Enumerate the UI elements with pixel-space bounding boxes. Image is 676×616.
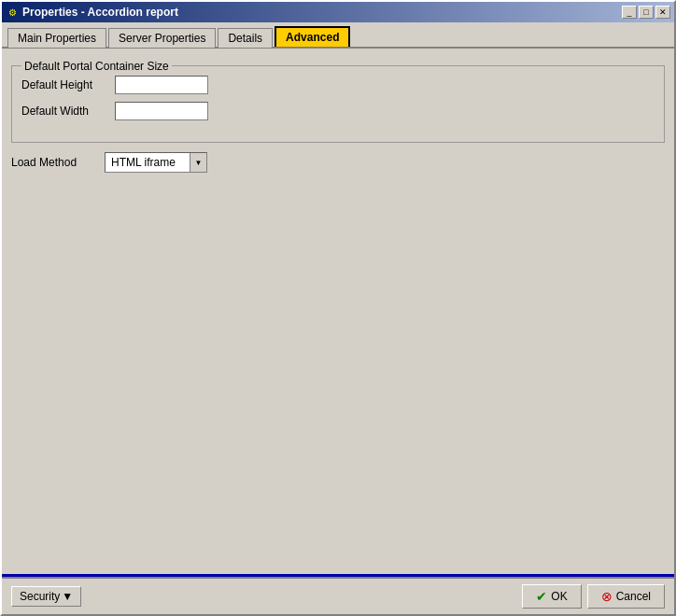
load-method-dropdown[interactable]: HTML iframe ▼ <box>105 152 207 173</box>
bottom-bar: Security ▼ ✔ OK ⊗ Cancel <box>2 577 674 614</box>
security-dropdown-arrow: ▼ <box>62 590 73 603</box>
window-title: Properties - Accordion report <box>22 6 178 19</box>
tab-advanced[interactable]: Advanced <box>275 26 350 47</box>
tabs-bar: Main Properties Server Properties Detail… <box>2 22 674 47</box>
main-window: ⚙ Properties - Accordion report _ □ ✕ Ma… <box>0 0 676 616</box>
tab-main-properties[interactable]: Main Properties <box>7 28 106 48</box>
minimize-button[interactable]: _ <box>622 6 637 19</box>
load-method-arrow[interactable]: ▼ <box>190 153 206 172</box>
window-icon: ⚙ <box>6 6 19 19</box>
tab-server-properties[interactable]: Server Properties <box>108 28 216 48</box>
default-width-row: Default Width <box>21 102 655 120</box>
load-method-label: Load Method <box>11 156 105 169</box>
tab-details[interactable]: Details <box>218 28 273 48</box>
default-width-label: Default Width <box>21 105 115 118</box>
tab-content-area: Default Portal Container Size Default He… <box>2 47 674 574</box>
cancel-button[interactable]: ⊗ Cancel <box>587 584 665 609</box>
close-button[interactable]: ✕ <box>655 6 670 19</box>
group-box-title: Default Portal Container Size <box>21 60 172 73</box>
default-height-row: Default Height <box>21 76 655 94</box>
cancel-label: Cancel <box>616 590 651 603</box>
maximize-button[interactable]: □ <box>639 6 654 19</box>
title-bar-left: ⚙ Properties - Accordion report <box>6 6 178 19</box>
bottom-right-buttons: ✔ OK ⊗ Cancel <box>522 584 665 609</box>
ok-icon: ✔ <box>536 589 547 604</box>
ok-label: OK <box>551 590 567 603</box>
default-height-label: Default Height <box>21 78 115 91</box>
load-method-value: HTML iframe <box>106 153 190 172</box>
security-button[interactable]: Security ▼ <box>11 586 81 607</box>
cancel-icon: ⊗ <box>601 589 613 604</box>
ok-button[interactable]: ✔ OK <box>522 584 581 609</box>
default-height-input[interactable] <box>115 76 208 94</box>
title-buttons: _ □ ✕ <box>622 6 670 19</box>
default-portal-container-size-group: Default Portal Container Size Default He… <box>11 65 665 143</box>
load-method-row: Load Method HTML iframe ▼ <box>11 152 665 173</box>
default-width-input[interactable] <box>115 102 208 120</box>
title-bar: ⚙ Properties - Accordion report _ □ ✕ <box>2 2 674 22</box>
security-label: Security <box>20 590 60 603</box>
